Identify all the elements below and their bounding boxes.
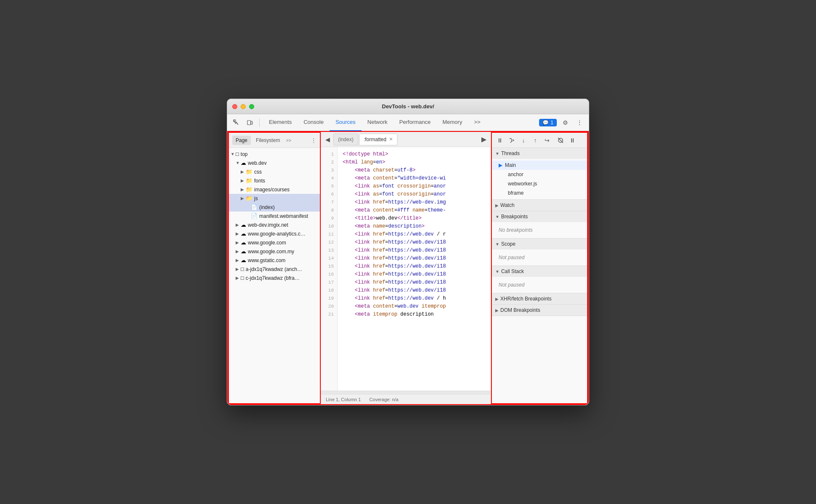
breakpoints-header[interactable]: ▼ Breakpoints xyxy=(492,211,587,222)
tree-arrow-imgix: ▶ xyxy=(236,223,241,227)
tab-console[interactable]: Console xyxy=(298,114,330,131)
step-into-button[interactable]: ↓ xyxy=(518,135,529,146)
minimize-button[interactable] xyxy=(241,104,246,109)
tree-label-js: js xyxy=(254,196,258,201)
tab-more[interactable]: >> xyxy=(468,114,486,131)
dom-header[interactable]: ▶ DOM Breakpoints xyxy=(492,305,587,316)
inspect-icon[interactable] xyxy=(231,117,242,129)
threads-section: ▼ Threads ▶ Main anchor webworker.js xyxy=(492,148,587,200)
close-button[interactable] xyxy=(232,104,237,109)
editor-tab-close-icon[interactable]: ✕ xyxy=(389,137,393,142)
code-line-3: <meta charset=utf-8> xyxy=(343,166,486,174)
code-line-9: <title>web.dev</title> xyxy=(343,214,486,223)
tree-label-anchor-frame: a-jdx1q7kwadwz (anch… xyxy=(246,266,302,272)
tab-performance[interactable]: Performance xyxy=(393,114,436,131)
comment-count: 1 xyxy=(550,120,553,126)
tab-bar: Elements Console Sources Network Perform… xyxy=(263,114,537,131)
thread-item-anchor[interactable]: anchor xyxy=(492,170,587,179)
tab-elements[interactable]: Elements xyxy=(263,114,298,131)
tab-memory[interactable]: Memory xyxy=(437,114,468,131)
scope-empty: Not paused xyxy=(492,251,587,264)
xhr-header[interactable]: ▶ XHR/fetch Breakpoints xyxy=(492,293,587,304)
code-line-19: <link href=https://web.dev / h xyxy=(343,295,486,303)
step-button[interactable]: ↪ xyxy=(542,135,553,146)
thread-item-main[interactable]: ▶ Main xyxy=(492,161,587,170)
tab-sources[interactable]: Sources xyxy=(330,114,362,131)
scope-arrow-icon: ▼ xyxy=(495,242,499,247)
tree-item-gstatic[interactable]: ▶ ☁ www.gstatic.com xyxy=(229,256,320,265)
tab-filesystem[interactable]: Filesystem xyxy=(252,136,283,145)
tree-item-anchor-frame[interactable]: ▶ □ a-jdx1q7kwadwz (anch… xyxy=(229,265,320,273)
frame-icon-anchor: □ xyxy=(241,266,244,272)
thread-item-bframe[interactable]: bframe xyxy=(492,188,587,198)
breakpoints-arrow-icon: ▼ xyxy=(495,214,499,219)
xhr-section: ▶ XHR/fetch Breakpoints xyxy=(492,293,587,305)
scope-label: Scope xyxy=(501,241,515,247)
step-out-button[interactable]: ↑ xyxy=(530,135,541,146)
tree-arrow-images: ▶ xyxy=(241,187,246,192)
code-line-5: <link as=font crossorigin=anor xyxy=(343,182,486,190)
breakpoints-label: Breakpoints xyxy=(501,214,528,220)
tree-label-index: (index) xyxy=(259,204,275,210)
comment-badge[interactable]: 💬 1 xyxy=(539,119,557,126)
tree-item-manifest[interactable]: 📄 manifest.webmanifest xyxy=(229,212,320,220)
code-line-18: <link href=https://web.dev/i18 xyxy=(343,287,486,295)
device-icon[interactable] xyxy=(244,117,256,129)
callstack-arrow-icon: ▼ xyxy=(495,269,499,274)
more-options-icon[interactable]: ⋮ xyxy=(574,117,585,129)
more-tabs-icon[interactable]: >> xyxy=(286,138,291,143)
horizontal-scrollbar[interactable] xyxy=(321,391,491,394)
tree-item-images[interactable]: ▶ 📁 images/courses xyxy=(229,185,320,194)
tree-item-google-my[interactable]: ▶ ☁ www.google.com.my xyxy=(229,247,320,256)
watch-header[interactable]: ▶ Watch xyxy=(492,200,587,211)
scope-content: Not paused xyxy=(492,249,587,265)
cloud-icon-google-my: ☁ xyxy=(241,248,246,255)
callstack-header[interactable]: ▼ Call Stack xyxy=(492,266,587,277)
tree-item-css[interactable]: ▶ 📁 css xyxy=(229,167,320,176)
settings-icon[interactable]: ⚙ xyxy=(559,117,571,129)
deactivate-button[interactable] xyxy=(555,135,566,146)
tree-item-imgix[interactable]: ▶ ☁ web-dev.imgix.net xyxy=(229,220,320,229)
maximize-button[interactable] xyxy=(249,104,254,109)
tree-item-js[interactable]: ▶ 📁 js xyxy=(229,194,320,203)
editor-tab-index[interactable]: (index) xyxy=(333,134,358,145)
callstack-empty: Not paused xyxy=(492,279,587,291)
file-icon-manifest: 📄 xyxy=(251,213,258,219)
tree-arrow-webdev: ▼ xyxy=(236,161,241,165)
window-title: DevTools - web.dev/ xyxy=(382,103,434,110)
pause-resume-button[interactable]: ⏸ xyxy=(494,135,505,146)
panel-menu-icon[interactable]: ⋮ xyxy=(311,137,317,144)
tab-network[interactable]: Network xyxy=(362,114,394,131)
line-numbers: 12345 678910 1112131415 1617181920 21 xyxy=(321,147,338,391)
tree-label-analytics: www.google-analytics.c… xyxy=(248,231,306,237)
tree-item-google[interactable]: ▶ ☁ www.google.com xyxy=(229,238,320,247)
tree-label-bframe: c-jdx1q7kwadwz (bfra… xyxy=(246,275,300,281)
thread-active-arrow-icon: ▶ xyxy=(499,162,502,168)
tree-item-top[interactable]: ▼ □ top xyxy=(229,150,320,158)
editor-back-icon[interactable]: ◀ xyxy=(322,134,333,145)
threads-label: Threads xyxy=(501,150,520,156)
tree-item-webdev[interactable]: ▼ ☁ web.dev xyxy=(229,158,320,167)
tree-arrow-google-my: ▶ xyxy=(236,249,241,254)
tree-item-index[interactable]: 📄 (index) xyxy=(229,203,320,212)
tree-item-bframe[interactable]: ▶ □ c-jdx1q7kwadwz (bfra… xyxy=(229,273,320,282)
tree-item-analytics[interactable]: ▶ ☁ www.google-analytics.c… xyxy=(229,229,320,238)
tree-label-google-my: www.google.com.my xyxy=(248,249,294,255)
cursor-position: Line 1, Column 1 xyxy=(326,397,361,402)
dont-pause-button[interactable]: ⏸ xyxy=(567,135,578,146)
titlebar: DevTools - web.dev/ xyxy=(227,99,589,114)
tab-page[interactable]: Page xyxy=(232,136,251,145)
thread-item-webworker[interactable]: webworker.js xyxy=(492,179,587,188)
scope-header[interactable]: ▼ Scope xyxy=(492,239,587,249)
editor-forward-icon[interactable]: ▶ xyxy=(479,134,489,145)
step-over-button[interactable] xyxy=(506,135,517,146)
cloud-icon-imgix: ☁ xyxy=(241,222,246,228)
thread-label-main: Main xyxy=(505,162,516,168)
threads-header[interactable]: ▼ Threads xyxy=(492,148,587,159)
tree-item-fonts[interactable]: ▶ 📁 fonts xyxy=(229,176,320,185)
cloud-icon-google: ☁ xyxy=(241,239,246,246)
tree-label-webdev: web.dev xyxy=(248,160,267,166)
code-line-14: <link href=https://web.dev/i18 xyxy=(343,255,486,263)
code-area: 12345 678910 1112131415 1617181920 21 <!… xyxy=(321,147,491,391)
editor-tab-formatted[interactable]: :formatted ✕ xyxy=(359,134,397,145)
